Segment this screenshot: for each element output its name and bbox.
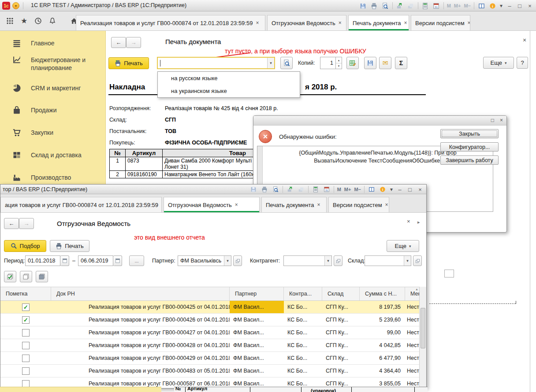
tab-close-icon[interactable]: × bbox=[317, 202, 320, 208]
contragent-combo[interactable]: ▾ bbox=[283, 255, 332, 266]
back-button[interactable]: ← bbox=[4, 218, 19, 229]
tab-versii-podsistem[interactable]: Версии подсистем× bbox=[411, 15, 470, 30]
row-checkbox[interactable] bbox=[22, 342, 30, 349]
row-checkbox[interactable]: ✓ bbox=[22, 316, 30, 324]
back-button[interactable]: ← bbox=[111, 37, 126, 48]
period-from-calendar-button[interactable] bbox=[60, 255, 69, 266]
tab-pechat-dokumenta[interactable]: Печать документа× bbox=[348, 15, 409, 30]
row-checkbox[interactable] bbox=[22, 329, 30, 337]
dropdown-item-russian[interactable]: на русском языке bbox=[158, 72, 300, 85]
period-to-input[interactable]: 06.06.2019 bbox=[78, 255, 113, 266]
table-scrollbar[interactable] bbox=[419, 287, 426, 388]
split-window-button[interactable] bbox=[368, 185, 376, 193]
history-button[interactable] bbox=[34, 17, 42, 25]
memory-plus-button[interactable]: M+ bbox=[454, 2, 461, 10]
sidebar-item-sklad[interactable]: Склад и доставка bbox=[0, 151, 105, 159]
configurator-button[interactable]: Конфигуратор... bbox=[440, 142, 499, 152]
print-preview-button[interactable] bbox=[272, 185, 279, 193]
table-settings-button[interactable] bbox=[346, 57, 359, 69]
email-button[interactable]: ✉ bbox=[379, 57, 391, 69]
calculator-button[interactable] bbox=[312, 185, 320, 193]
sidebar-item-zakupki[interactable]: Закупки bbox=[0, 128, 105, 137]
calculator-button[interactable] bbox=[421, 2, 429, 10]
info-button[interactable]: i bbox=[488, 2, 496, 10]
dialog-close-button[interactable]: × bbox=[500, 117, 503, 123]
combo-dropdown-button[interactable]: ▾ bbox=[224, 256, 231, 266]
period-to-calendar-button[interactable] bbox=[113, 255, 122, 266]
memory-plus-button[interactable]: M+ bbox=[344, 185, 351, 193]
close-button[interactable]: × bbox=[526, 3, 533, 9]
add-link-button[interactable] bbox=[396, 2, 404, 10]
table-row[interactable]: Реализация товаров и услуг ГВ00-000483 о… bbox=[0, 365, 419, 377]
more-button[interactable]: Еще ▾ bbox=[483, 57, 514, 69]
col-summa[interactable]: Сумма с Н... bbox=[360, 287, 405, 300]
podbor-button[interactable]: Подбор bbox=[4, 240, 46, 252]
table-row[interactable]: ✓ Реализация товаров и услуг ГВ00-000425… bbox=[0, 301, 419, 314]
save-button[interactable] bbox=[249, 185, 257, 193]
calendar-button[interactable]: 31 bbox=[323, 185, 331, 193]
table-row[interactable]: Реализация товаров и услуг ГВ00-000427 о… bbox=[0, 326, 419, 339]
combo-dropdown-button[interactable]: ▾ bbox=[267, 58, 274, 68]
print-button[interactable]: Печать bbox=[108, 57, 149, 69]
minimize-button[interactable]: – bbox=[396, 186, 403, 193]
col-contragent[interactable]: Контра... bbox=[284, 287, 322, 300]
col-partner[interactable]: Партнер bbox=[230, 287, 284, 300]
tab-close-icon[interactable]: × bbox=[256, 20, 259, 26]
scrollbar-thumb[interactable] bbox=[421, 308, 425, 348]
tab-close-icon[interactable]: × bbox=[235, 202, 238, 208]
row-checkbox[interactable]: ✓ bbox=[22, 303, 30, 311]
print-button[interactable] bbox=[261, 185, 268, 193]
tab-close-icon[interactable]: × bbox=[404, 20, 407, 26]
favorites-button[interactable]: ★ bbox=[21, 17, 27, 25]
memory-minus-button[interactable]: M− bbox=[354, 185, 361, 193]
table-row[interactable]: Реализация товаров и услуг ГВ00-000428 о… bbox=[0, 339, 419, 352]
close-form-icon[interactable]: × bbox=[523, 37, 526, 44]
info-chevron-icon[interactable]: ▾ bbox=[390, 185, 393, 193]
clear-marks-button[interactable] bbox=[20, 271, 32, 282]
period-from-input[interactable]: 01.01.2018 bbox=[25, 255, 60, 266]
set-marks-button[interactable] bbox=[4, 271, 16, 282]
col-pometka[interactable]: Пометка bbox=[0, 287, 51, 300]
contragent-open-button[interactable] bbox=[334, 255, 342, 266]
tab-close-icon[interactable]: × bbox=[385, 202, 388, 208]
combo-dropdown-button[interactable]: ▾ bbox=[404, 256, 411, 266]
sklad-combo[interactable]: ▾ bbox=[365, 255, 411, 266]
sidebar-item-budget[interactable]: Бюджетирование и планирование bbox=[0, 55, 101, 72]
copies-input[interactable]: 1 bbox=[320, 57, 336, 69]
forward-button[interactable]: → bbox=[126, 37, 141, 48]
calendar-button[interactable]: 31 bbox=[432, 2, 440, 10]
add-link-button[interactable] bbox=[286, 185, 294, 193]
info-chevron-icon[interactable]: ▾ bbox=[499, 2, 503, 10]
forward-button[interactable]: → bbox=[19, 218, 34, 229]
table-row[interactable]: ✓ Реализация товаров и услуг ГВ00-000426… bbox=[0, 314, 419, 326]
period-options-button[interactable]: ... bbox=[129, 255, 144, 266]
maximize-button[interactable]: □ bbox=[406, 186, 413, 193]
close-error-button[interactable]: Закрыть bbox=[440, 129, 499, 138]
memory-button[interactable]: M bbox=[337, 185, 341, 193]
preview-button[interactable] bbox=[280, 57, 293, 69]
close-button[interactable]: × bbox=[417, 186, 424, 193]
tab-versii-podsistem[interactable]: Версии подсистем× bbox=[328, 197, 389, 212]
tab-scroll-icon[interactable]: ▸ bbox=[417, 219, 420, 225]
sidebar-item-glavnoe[interactable]: Главное bbox=[0, 39, 105, 48]
print-preview-button[interactable] bbox=[381, 2, 389, 10]
invert-marks-button[interactable] bbox=[36, 271, 48, 282]
partner-combo[interactable]: ФМ Васильківсь ▾ bbox=[178, 255, 231, 266]
spinner-down-icon[interactable]: ▾ bbox=[336, 63, 342, 69]
memory-button[interactable]: M bbox=[447, 2, 451, 10]
dropdown-item-ukrainian[interactable]: на украинском языке bbox=[158, 85, 300, 97]
more-button[interactable]: Еще ▾ bbox=[387, 240, 419, 252]
combo-dropdown-button[interactable]: ▾ bbox=[324, 256, 331, 266]
print-button[interactable] bbox=[370, 2, 378, 10]
tab-otgruzochnaya[interactable]: Отгрузочная Ведомость× bbox=[267, 15, 346, 30]
row-checkbox[interactable] bbox=[22, 367, 30, 375]
row-checkbox[interactable] bbox=[22, 355, 30, 362]
sidebar-item-proizvodstvo[interactable]: Производство bbox=[0, 173, 105, 182]
dialog-maximize-button[interactable]: □ bbox=[491, 117, 494, 123]
col-sklad[interactable]: Склад bbox=[322, 287, 360, 300]
table-row[interactable]: Реализация товаров и услуг ГВ00-000429 о… bbox=[0, 352, 419, 365]
memory-minus-button[interactable]: M− bbox=[464, 2, 471, 10]
tab-realizatsiya[interactable]: ация товаров и услуг ГВ00-000874 от 12.0… bbox=[0, 197, 162, 212]
print-template-combo[interactable]: ▾ bbox=[157, 57, 275, 69]
maximize-button[interactable]: □ bbox=[516, 3, 523, 9]
